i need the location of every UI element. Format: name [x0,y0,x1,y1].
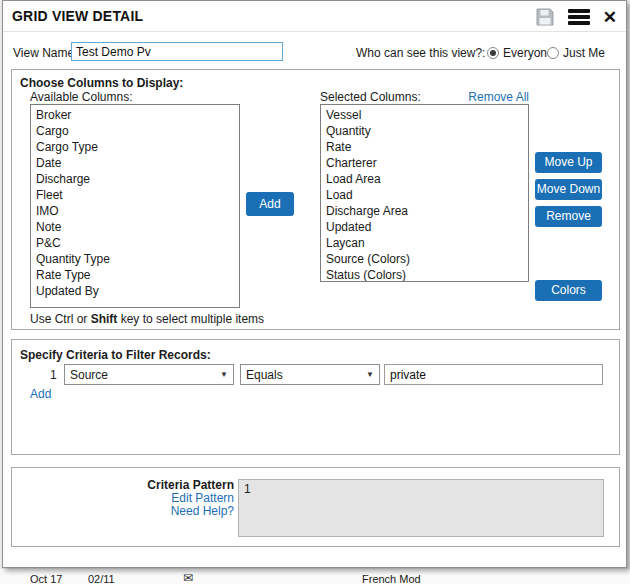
chevron-down-icon: ▼ [220,370,228,379]
criteria-row-index: 1 [50,368,57,382]
selected-column-item[interactable]: Load Area [321,171,528,187]
visibility-label: Who can see this view?: [356,46,485,60]
available-column-item[interactable]: Fleet [31,187,239,203]
remove-button[interactable]: Remove [535,206,602,227]
criteria-pattern-panel: Criteria Pattern Edit Pattern Need Help?… [11,467,620,547]
multi-select-hint: Use Ctrl or Shift key to select multiple… [30,312,264,326]
move-up-button[interactable]: Move Up [535,152,602,173]
available-columns-listbox[interactable]: BrokerCargoCargo TypeDateDischargeFleetI… [30,104,240,308]
save-icon[interactable] [535,7,555,27]
envelope-icon: ✉ [183,571,193,584]
available-column-item[interactable]: Cargo Type [31,139,239,155]
selected-column-item[interactable]: Quantity [321,123,528,139]
selected-column-item[interactable]: Source (Colors) [321,251,528,267]
criteria-operator-value: Equals [246,368,283,382]
available-column-item[interactable]: Rate Type [31,267,239,283]
available-column-item[interactable]: P&C [31,235,239,251]
available-column-item[interactable]: Updated By [31,283,239,299]
menu-icon[interactable] [568,8,590,26]
selected-column-item[interactable]: Rate [321,139,528,155]
columns-panel: Choose Columns to Display: Available Col… [11,69,620,330]
chevron-down-icon: ▼ [366,370,374,379]
selected-columns-listbox[interactable]: VesselQuantityRateChartererLoad AreaLoad… [320,104,529,282]
criteria-operator-select[interactable]: Equals ▼ [240,364,380,385]
background-grid-row: Oct 17 02/11 ✉ French Mod [0,569,630,584]
hint-prefix: Use Ctrl or [30,312,91,326]
need-help-link[interactable]: Need Help? [12,505,234,517]
background-date-cell: Oct 17 [30,573,62,584]
move-down-button[interactable]: Move Down [535,179,602,200]
background-text-cell: French Mod [362,573,421,584]
grid-view-detail-dialog: GRID VIEW DETAIL ✕ View Name: Who can se… [2,0,627,568]
selected-columns-label: Selected Columns: [320,90,421,104]
view-name-input[interactable] [71,42,283,61]
selected-column-item[interactable]: Charterer [321,155,528,171]
screen: Oct 17 02/11 ✉ French Mod GRID VIEW DETA… [0,0,630,584]
radio-just-me-label: Just Me [563,46,605,60]
columns-section-title: Choose Columns to Display: [20,76,183,90]
criteria-section-title: Specify Criteria to Filter Records: [20,348,211,362]
background-number-cell: 02/11 [88,573,115,584]
criteria-field-value: Source [70,368,108,382]
add-criteria-link[interactable]: Add [30,387,51,401]
dialog-title: GRID VIEW DETAIL [12,8,143,24]
colors-button[interactable]: Colors [535,280,602,301]
criteria-value-input[interactable] [384,364,603,385]
selected-column-item[interactable]: Discharge Area [321,203,528,219]
available-column-item[interactable]: Date [31,155,239,171]
selected-column-item[interactable]: Status (Colors) [321,267,528,282]
pattern-labels: Criteria Pattern Edit Pattern Need Help? [12,479,234,518]
selected-column-item[interactable]: Updated [321,219,528,235]
available-columns-label: Available Columns: [30,90,133,104]
available-column-item[interactable]: Discharge [31,171,239,187]
radio-everyone[interactable] [487,47,499,59]
selected-column-item[interactable]: Laycan [321,235,528,251]
hint-shift: Shift [91,312,118,326]
edit-pattern-link[interactable]: Edit Pattern [12,492,234,504]
add-columns-button[interactable]: Add [246,192,294,216]
header-icons: ✕ [535,4,617,30]
criteria-pattern-title: Criteria Pattern [12,479,234,491]
dialog-header: GRID VIEW DETAIL ✕ [3,1,626,32]
available-column-item[interactable]: Cargo [31,123,239,139]
available-column-item[interactable]: Quantity Type [31,251,239,267]
close-icon[interactable]: ✕ [603,9,617,26]
criteria-pattern-textarea[interactable]: 1 [238,479,604,537]
criteria-field-select[interactable]: Source ▼ [64,364,234,385]
selected-column-item[interactable]: Vessel [321,107,528,123]
radio-just-me[interactable] [547,47,559,59]
criteria-panel: Specify Criteria to Filter Records: 1 So… [11,339,620,455]
hint-suffix: key to select multiple items [117,312,264,326]
available-column-item[interactable]: Broker [31,107,239,123]
available-column-item[interactable]: Note [31,219,239,235]
remove-all-link[interactable]: Remove All [432,90,529,104]
view-name-label: View Name: [13,46,77,60]
selected-column-item[interactable]: Load [321,187,528,203]
available-column-item[interactable]: IMO [31,203,239,219]
